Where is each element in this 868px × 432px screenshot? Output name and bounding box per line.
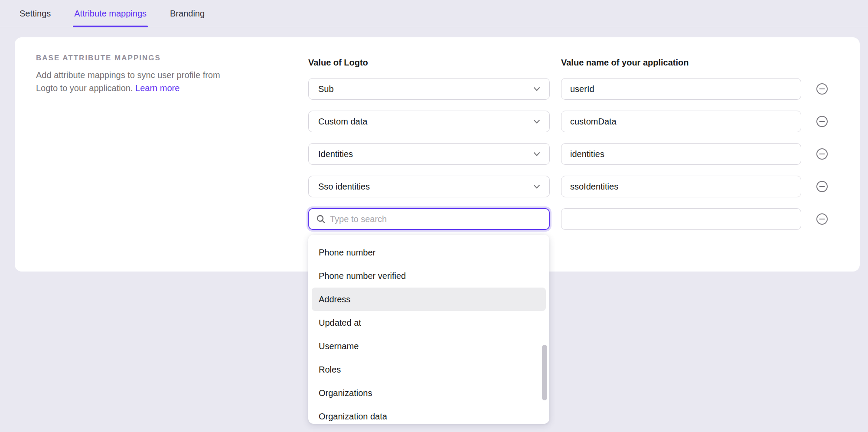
chevron-down-icon [532, 117, 542, 126]
column-header-app-value: Value name of your application [561, 58, 689, 68]
remove-row-button[interactable] [816, 180, 828, 193]
logto-value-selected: Identities [318, 149, 353, 159]
menu-item-phone-number-verified[interactable]: Phone number verified [312, 264, 546, 288]
logto-value-select[interactable]: Sub [308, 78, 550, 100]
column-header-logto-value: Value of Logto [308, 58, 368, 68]
dropdown-scrollbar-thumb[interactable] [542, 345, 547, 400]
attribute-dropdown-menu: Phone number Phone number verified Addre… [308, 235, 549, 424]
mapping-row: Identities [308, 143, 828, 165]
app-value-input[interactable] [561, 208, 801, 230]
menu-item-updated-at[interactable]: Updated at [312, 311, 546, 334]
logto-value-select[interactable]: Custom data [308, 111, 550, 132]
minus-circle-icon [816, 115, 828, 128]
logto-value-select[interactable]: Sso identities [308, 176, 550, 197]
section-description-text: Add attribute mappings to sync user prof… [36, 70, 220, 93]
menu-item-address[interactable]: Address [312, 288, 546, 311]
tab-settings[interactable]: Settings [20, 0, 51, 27]
minus-circle-icon [816, 83, 828, 95]
section-info: BASE ATTRIBUTE MAPPINGS Add attribute ma… [36, 54, 244, 95]
search-icon [316, 214, 326, 224]
logto-value-select[interactable]: Identities [308, 143, 550, 165]
mapping-row-search [308, 208, 828, 230]
tab-bar: Settings Attribute mappings Branding [0, 0, 868, 27]
app-value-input[interactable] [561, 176, 801, 197]
section-description: Add attribute mappings to sync user prof… [36, 69, 244, 95]
menu-item-phone-number[interactable]: Phone number [312, 241, 546, 264]
remove-row-button[interactable] [816, 148, 828, 160]
minus-circle-icon [816, 180, 828, 193]
logto-value-search-combobox[interactable] [308, 208, 550, 230]
tab-branding[interactable]: Branding [170, 0, 205, 27]
app-value-input[interactable] [561, 78, 801, 100]
remove-row-button[interactable] [816, 213, 828, 225]
remove-row-button[interactable] [816, 115, 828, 128]
mapping-row: Sso identities [308, 176, 828, 197]
chevron-down-icon [532, 84, 542, 94]
menu-item-roles[interactable]: Roles [312, 358, 546, 381]
menu-item-username[interactable]: Username [312, 334, 546, 358]
search-input[interactable] [330, 209, 542, 229]
minus-circle-icon [816, 148, 828, 160]
mapping-rows: Sub Custom data Identities [308, 78, 828, 241]
chevron-down-icon [532, 149, 542, 159]
app-value-input[interactable] [561, 143, 801, 165]
minus-circle-icon [816, 213, 828, 225]
menu-item-organizations[interactable]: Organizations [312, 381, 546, 405]
logto-value-selected: Sso identities [318, 182, 370, 192]
logto-value-selected: Custom data [318, 117, 367, 127]
mapping-row: Custom data [308, 111, 828, 132]
app-value-input[interactable] [561, 111, 801, 132]
remove-row-button[interactable] [816, 83, 828, 95]
mapping-row: Sub [308, 78, 828, 100]
logto-value-selected: Sub [318, 84, 334, 94]
chevron-down-icon [532, 182, 542, 191]
menu-item-organization-data[interactable]: Organization data [312, 405, 546, 424]
tab-attribute-mappings[interactable]: Attribute mappings [74, 0, 147, 27]
learn-more-link[interactable]: Learn more [135, 83, 179, 93]
section-title: BASE ATTRIBUTE MAPPINGS [36, 54, 244, 62]
